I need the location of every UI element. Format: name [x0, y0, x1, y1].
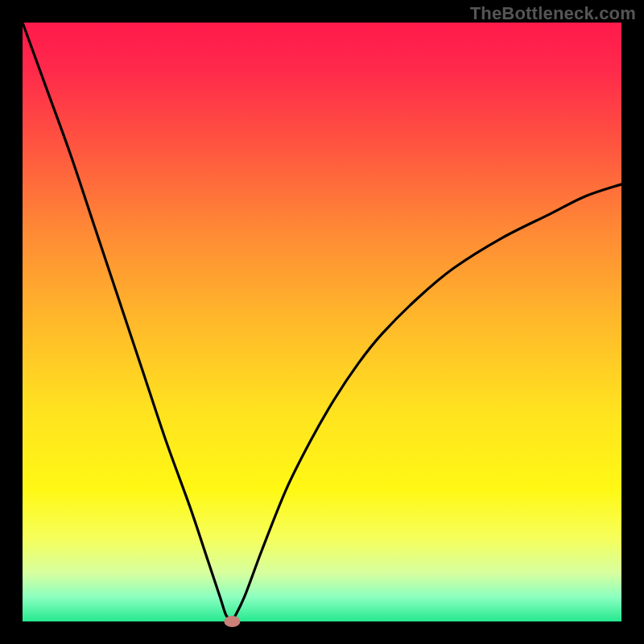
- watermark-text: TheBottleneck.com: [470, 3, 636, 24]
- plot-area: [23, 23, 621, 621]
- optimal-point-marker: [224, 616, 240, 627]
- chart-frame: TheBottleneck.com: [0, 0, 644, 644]
- bottleneck-chart: [0, 0, 644, 644]
